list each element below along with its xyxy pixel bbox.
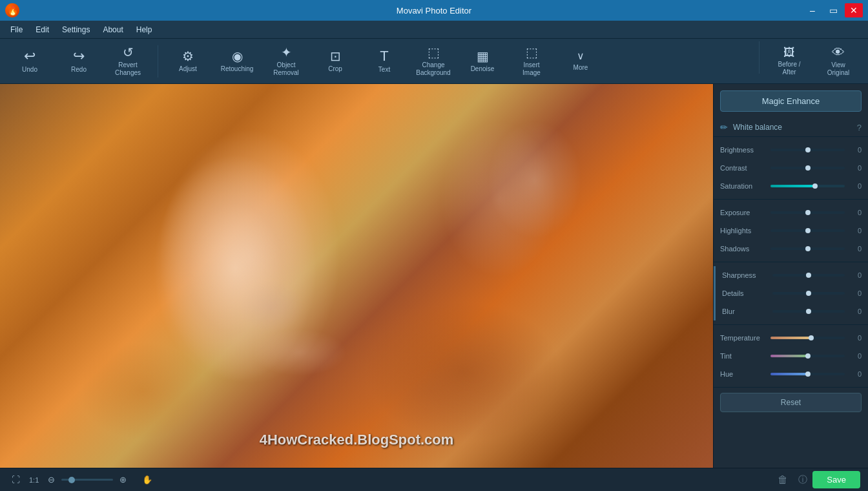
denoise-icon: ▦: [477, 50, 489, 63]
reset-button[interactable]: Reset: [720, 393, 862, 412]
magic-enhance-label: Magic Enhance: [762, 96, 820, 106]
contrast-slider[interactable]: [770, 167, 845, 169]
details-label: Details: [722, 289, 769, 297]
toolbar-right: 🖼 Before /After 👁 ViewOriginal: [755, 41, 862, 81]
app-title: Movavi Photo Editor: [397, 6, 471, 16]
shadows-row: Shadows 0: [714, 240, 868, 258]
object-removal-icon: ✦: [281, 46, 292, 59]
sliders-group-3: Sharpness 0 Details 0 Blur 0: [714, 262, 868, 325]
object-removal-label: ObjectRemoval: [273, 61, 298, 77]
tint-label: Tint: [720, 352, 767, 360]
sliders-group-2: Exposure 0 Highlights 0 Shadows 0: [714, 200, 868, 262]
more-icon: ∨: [577, 51, 584, 61]
titlebar: 🔥 Movavi Photo Editor – ▭ ✕: [0, 0, 868, 21]
fullscreen-button[interactable]: ⛶: [8, 472, 24, 487]
menu-edit[interactable]: Edit: [29, 23, 56, 37]
canvas-area[interactable]: 4HowCracked.BlogSpot.com: [0, 84, 713, 468]
magic-enhance-button[interactable]: Magic Enhance: [720, 90, 862, 112]
sharpness-slider[interactable]: [772, 274, 845, 277]
help-button[interactable]: ?: [857, 123, 862, 132]
save-button[interactable]: Save: [812, 471, 860, 488]
exposure-slider[interactable]: [770, 211, 845, 214]
revert-icon: ↺: [123, 46, 134, 59]
sharpness-value: 0: [849, 271, 862, 279]
zoom-in-button[interactable]: ⊕: [116, 472, 130, 487]
crop-label: Crop: [328, 65, 342, 73]
highlights-slider[interactable]: [770, 229, 845, 232]
object-removal-button[interactable]: ✦ ObjectRemoval: [263, 41, 309, 81]
brightness-slider[interactable]: [770, 149, 845, 151]
zoom-slider-area: ⊖ ⊕: [44, 472, 130, 487]
revert-button[interactable]: ↺ RevertChanges: [105, 41, 151, 81]
text-button[interactable]: T Text: [361, 41, 408, 81]
bottombar: ⛶ 1:1 ⊖ ⊕ ✋ 🗑 ⓘ Save: [0, 468, 868, 491]
denoise-button[interactable]: ▦ Denoise: [459, 41, 506, 81]
hand-tool-button[interactable]: ✋: [138, 472, 156, 487]
view-original-button[interactable]: 👁 ViewOriginal: [815, 41, 862, 81]
app-logo: 🔥: [5, 3, 19, 17]
menu-settings[interactable]: Settings: [56, 23, 96, 37]
change-background-icon: ⬚: [428, 46, 440, 59]
brightness-row: Brightness 0: [714, 141, 868, 159]
blur-row: Blur 0: [714, 302, 868, 320]
undo-icon: ↩: [24, 49, 36, 63]
delete-button[interactable]: 🗑: [778, 474, 788, 486]
close-button[interactable]: ✕: [845, 3, 863, 17]
insert-image-icon: ⬚: [526, 46, 538, 59]
sharpness-label: Sharpness: [722, 271, 769, 279]
menu-about[interactable]: About: [96, 23, 129, 37]
details-value: 0: [849, 289, 862, 297]
temperature-label: Temperature: [720, 334, 767, 342]
menu-help[interactable]: Help: [130, 23, 159, 37]
more-button[interactable]: ∨ More: [557, 41, 604, 81]
insert-image-button[interactable]: ⬚ InsertImage: [508, 41, 555, 81]
blur-label: Blur: [722, 308, 769, 315]
sliders-group-1: Brightness 0 Contrast 0 Saturation: [714, 137, 868, 200]
zoom-out-button[interactable]: ⊖: [44, 472, 59, 487]
tint-value: 0: [849, 352, 862, 360]
contrast-value: 0: [849, 164, 862, 172]
retouching-icon: ◉: [232, 50, 243, 63]
saturation-slider[interactable]: [770, 185, 845, 187]
saturation-value: 0: [849, 182, 862, 190]
saturation-label: Saturation: [720, 182, 767, 190]
revert-label: RevertChanges: [115, 61, 141, 77]
toolbar-separator-1: [158, 45, 158, 78]
main-area: 4HowCracked.BlogSpot.com Magic Enhance ✏…: [0, 84, 868, 468]
redo-button[interactable]: ↪ Redo: [56, 41, 102, 81]
zoom-track[interactable]: [61, 479, 113, 481]
change-background-button[interactable]: ⬚ ChangeBackground: [410, 41, 457, 81]
info-button[interactable]: ⓘ: [798, 474, 807, 486]
retouching-button[interactable]: ◉ Retouching: [214, 41, 260, 81]
minimize-button[interactable]: –: [803, 3, 822, 17]
details-slider[interactable]: [772, 292, 845, 295]
restore-button[interactable]: ▭: [824, 3, 842, 17]
before-after-button[interactable]: 🖼 Before /After: [766, 41, 812, 81]
shadows-slider[interactable]: [770, 247, 845, 250]
menu-file[interactable]: File: [4, 23, 29, 37]
before-after-label: Before /After: [778, 61, 800, 76]
adjust-icon: ⚙: [182, 50, 194, 63]
blur-slider[interactable]: [772, 310, 845, 313]
insert-image-label: InsertImage: [522, 61, 541, 77]
temperature-value: 0: [849, 334, 862, 342]
white-balance-row: ✏ White balance ?: [714, 118, 868, 137]
crop-button[interactable]: ⊡ Crop: [312, 41, 358, 81]
menubar: File Edit Settings About Help: [0, 21, 868, 39]
retouching-label: Retouching: [221, 65, 254, 73]
hue-label: Hue: [720, 370, 767, 378]
text-icon: T: [380, 49, 388, 63]
saturation-row: Saturation 0: [714, 177, 868, 195]
zoom-thumb: [68, 477, 75, 483]
undo-label: Undo: [22, 66, 37, 74]
tint-slider[interactable]: [770, 355, 845, 357]
hue-slider[interactable]: [770, 373, 845, 375]
white-balance-label: White balance: [733, 123, 782, 132]
undo-button[interactable]: ↩ Undo: [6, 41, 53, 81]
temperature-slider[interactable]: [770, 337, 845, 339]
right-panel: Magic Enhance ✏ White balance ? Brightne…: [713, 84, 868, 468]
shadows-label: Shadows: [720, 245, 767, 253]
adjust-button[interactable]: ⚙ Adjust: [165, 41, 211, 81]
toolbar-separator-right: [759, 41, 760, 74]
highlights-row: Highlights 0: [714, 222, 868, 240]
